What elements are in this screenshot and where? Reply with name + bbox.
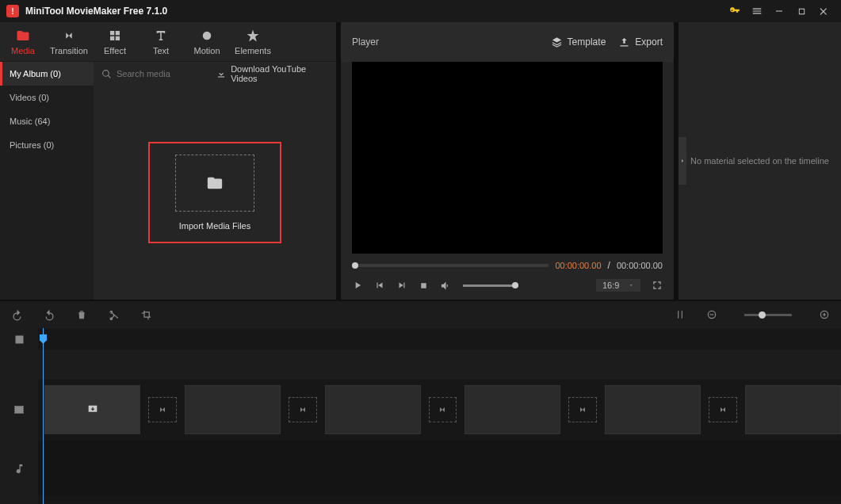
tab-label: Text — [153, 46, 169, 55]
sidebar-item-music[interactable]: Music (64) — [0, 109, 94, 133]
import-label: Import Media Files — [179, 221, 250, 231]
clip-slot[interactable] — [605, 385, 701, 434]
undo-button[interactable] — [11, 309, 23, 321]
zoom-in-button[interactable] — [819, 309, 830, 320]
volume-button[interactable] — [440, 280, 452, 292]
export-label: Export — [635, 36, 663, 48]
clip-slot[interactable] — [185, 385, 281, 434]
redo-button[interactable] — [44, 309, 55, 321]
tab-transition[interactable]: Transition — [46, 22, 92, 61]
delete-button[interactable] — [76, 309, 87, 320]
clip-slot[interactable] — [745, 385, 841, 434]
player-title: Player — [352, 36, 379, 48]
clip-slot[interactable] — [325, 385, 421, 434]
transition-slot[interactable] — [289, 397, 317, 422]
zoom-out-button[interactable] — [706, 309, 717, 320]
crop-button[interactable] — [140, 309, 152, 321]
clip-slot[interactable] — [464, 385, 560, 434]
next-frame-button[interactable] — [396, 280, 407, 291]
download-icon — [216, 69, 226, 79]
upgrade-key-icon[interactable] — [724, 0, 746, 22]
media-sidebar: My Album (0) Videos (0) Music (64) Pictu… — [0, 62, 94, 300]
timeline-gutter — [0, 328, 38, 504]
prev-frame-button[interactable] — [374, 280, 385, 291]
aspect-value: 16:9 — [602, 281, 619, 290]
volume-slider[interactable] — [463, 284, 518, 287]
download-label: Download YouTube Videos — [231, 64, 328, 83]
transition-slot[interactable] — [568, 397, 597, 422]
motion-icon — [200, 29, 214, 43]
time-current: 00:00:00.00 — [555, 261, 601, 270]
scrub-bar[interactable] — [352, 264, 549, 267]
tab-elements[interactable]: Elements — [230, 22, 276, 61]
app-logo: ! — [6, 5, 19, 17]
player-viewport — [352, 62, 663, 254]
tab-media[interactable]: Media — [0, 22, 46, 61]
transition-slot[interactable] — [429, 397, 457, 422]
timeline — [0, 328, 841, 504]
audio-track[interactable] — [38, 441, 841, 496]
app-title: MiniTool MovieMaker Free 7.1.0 — [25, 6, 167, 17]
transition-slot[interactable] — [148, 397, 177, 422]
close-button[interactable] — [812, 0, 835, 22]
template-label: Template — [568, 36, 606, 48]
media-content: Download YouTube Videos Import Media Fil… — [94, 62, 336, 300]
svg-point-0 — [203, 31, 212, 40]
timeline-tracks[interactable] — [38, 328, 841, 504]
timeline-ruler[interactable] — [38, 328, 841, 350]
panel-collapse-handle[interactable] — [679, 137, 686, 185]
tab-label: Motion — [193, 46, 220, 55]
download-youtube-link[interactable]: Download YouTube Videos — [216, 64, 328, 83]
aspect-ratio-select[interactable]: 16:9 — [596, 279, 640, 292]
video-track[interactable] — [38, 379, 841, 441]
sidebar-item-my-album[interactable]: My Album (0) — [0, 62, 94, 86]
search-icon — [101, 69, 112, 79]
play-button[interactable] — [352, 280, 363, 291]
drop-media-icon — [86, 403, 99, 416]
snap-button[interactable] — [675, 309, 686, 320]
time-sep: / — [608, 260, 610, 271]
import-media-button[interactable]: Import Media Files — [148, 142, 281, 243]
tab-text[interactable]: Text — [138, 22, 184, 61]
sidebar-item-videos[interactable]: Videos (0) — [0, 86, 94, 109]
tab-label: Media — [11, 46, 35, 55]
timeline-toolbar — [0, 301, 841, 328]
video-track-icon — [0, 379, 38, 441]
maximize-button[interactable] — [790, 0, 812, 22]
effect-icon — [108, 29, 122, 43]
player-panel: Player Template Export 00:00:00.00 / 00:… — [341, 22, 674, 300]
properties-empty-msg: No material selected on the timeline — [690, 156, 829, 166]
tab-label: Effect — [104, 46, 126, 55]
chevron-down-icon — [629, 281, 634, 289]
add-track-button[interactable] — [0, 328, 38, 350]
zoom-slider[interactable] — [744, 314, 792, 316]
split-button[interactable] — [108, 309, 120, 321]
template-button[interactable]: Template — [551, 36, 606, 48]
export-button[interactable]: Export — [618, 36, 663, 48]
menu-icon[interactable] — [746, 0, 768, 22]
text-icon — [154, 29, 168, 43]
folder-icon — [16, 29, 30, 43]
tab-effect[interactable]: Effect — [92, 22, 138, 61]
minimize-button[interactable] — [768, 0, 790, 22]
media-panel: Media Transition Effect Text Motion Elem… — [0, 22, 336, 300]
tab-label: Transition — [50, 46, 88, 55]
stop-button[interactable] — [419, 281, 429, 291]
chevron-right-icon — [679, 158, 686, 164]
audio-track-icon — [0, 441, 38, 496]
playhead[interactable] — [43, 328, 44, 504]
tool-tabs: Media Transition Effect Text Motion Elem… — [0, 22, 336, 62]
template-icon — [551, 36, 563, 48]
titlebar: ! MiniTool MovieMaker Free 7.1.0 — [0, 0, 841, 22]
search-input[interactable] — [117, 69, 212, 78]
elements-icon — [246, 29, 260, 43]
clip-slot[interactable] — [44, 385, 140, 434]
search-wrap — [101, 69, 212, 79]
transition-slot[interactable] — [709, 397, 737, 422]
folder-icon — [206, 174, 224, 192]
sidebar-item-pictures[interactable]: Pictures (0) — [0, 133, 94, 157]
fullscreen-button[interactable] — [652, 280, 663, 291]
time-total: 00:00:00.00 — [617, 261, 663, 270]
tab-motion[interactable]: Motion — [184, 22, 230, 61]
transition-icon — [62, 29, 76, 43]
